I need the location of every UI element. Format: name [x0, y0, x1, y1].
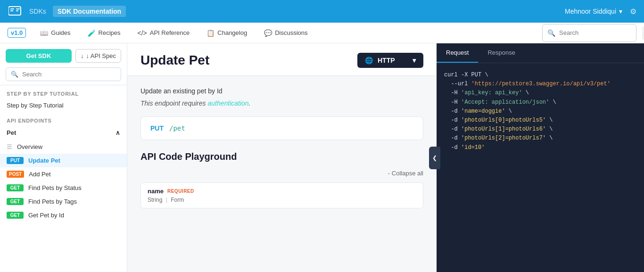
globe-icon: 🌐 [365, 57, 373, 64]
sdks-nav-link[interactable]: SDKs [26, 6, 49, 17]
endpoint-method: PUT [150, 124, 164, 132]
step-by-step-label: Step by Step Tutorial [7, 102, 64, 109]
code-line-2: --url 'https://petstore3.swagger.io/api/… [444, 80, 636, 89]
api-spec-button[interactable]: ↓ ↓ API Spec [75, 49, 121, 63]
code-line-5: -d 'name=doggie' \ [444, 107, 636, 116]
discussions-icon: 💬 [264, 29, 272, 37]
nav-search-input[interactable] [559, 29, 638, 36]
param-location: Form [171, 197, 184, 203]
sidebar-item-overview[interactable]: ☰ Overview [0, 140, 127, 154]
code-photo0: 'photoUrls[0]=photoUrls5' [461, 116, 546, 125]
get-pet-by-id-label: Get Pet by Id [28, 212, 64, 219]
code-bs-5: \ [505, 107, 512, 116]
nav-search-icon: 🔍 [547, 29, 555, 37]
guides-icon: 📖 [40, 29, 48, 37]
sidebar-item-add-pet[interactable]: POST Add Pet [0, 167, 127, 181]
code-line-4: -H 'Accept: application/json' \ [444, 98, 636, 107]
nav-item-recipes[interactable]: 🧪 Recipes [85, 27, 124, 39]
changelog-icon: 📋 [206, 29, 215, 37]
sdk-doc-nav-link[interactable]: SDK Documentation [53, 6, 126, 17]
discussions-label: Discussions [275, 29, 307, 36]
svg-rect-3 [16, 8, 20, 9]
second-navigation: v1.0 📖 Guides 🧪 Recipes </> API Referenc… [0, 23, 644, 43]
code-indent-9: -d [444, 143, 461, 152]
param-type-row: String | Form [148, 197, 416, 203]
get-sdk-button[interactable]: Get SDK [6, 49, 72, 63]
user-menu[interactable]: Mehnoor Siddiqui ▾ [565, 8, 622, 15]
endpoint-description: Update an existing pet by Id [140, 87, 423, 95]
logo-icon [8, 5, 23, 18]
add-pet-method-badge: POST [7, 171, 24, 178]
collapse-arrow-icon: ❮ [432, 155, 437, 161]
search-shortcut-badge: CTRL-K [642, 26, 644, 40]
pet-category-chevron-icon: ∧ [116, 129, 120, 136]
code-indent-5: -d [444, 107, 461, 116]
recipes-icon: 🧪 [88, 29, 96, 37]
collapse-toggle-button[interactable]: ❮ [429, 147, 440, 169]
download-icon: ↓ [81, 52, 84, 59]
find-pets-tags-label: Find Pets by Tags [28, 198, 77, 205]
code-line-3: -H 'api_key: api_key' \ [444, 89, 636, 98]
code-id: 'id=10' [461, 143, 485, 152]
code-photo2: 'photoUrls[2]=photoUrls7' [461, 134, 546, 143]
collapse-all-link[interactable]: - Collapse all [388, 170, 423, 177]
code-indent-8: -d [444, 134, 461, 143]
sidebar-search-icon: 🔍 [11, 71, 18, 78]
find-pets-tags-method-badge: GET [7, 198, 24, 205]
code-indent-4: -H [444, 98, 461, 107]
code-name: 'name=doggie' [461, 107, 505, 116]
tab-response[interactable]: Response [478, 43, 525, 63]
api-reference-label: API Reference [150, 29, 190, 36]
sidebar-item-update-pet[interactable]: PUT Update Pet [0, 154, 127, 167]
sidebar-item-step-by-step[interactable]: Step by Step Tutorial [0, 99, 127, 112]
api-endpoints-section-label: API ENDPOINTS [0, 112, 127, 125]
code-bs-6: \ [546, 116, 553, 125]
overview-doc-icon: ☰ [7, 143, 12, 150]
sidebar-item-get-pet-by-id[interactable]: GET Get Pet by Id [0, 208, 127, 222]
overview-label: Overview [17, 143, 42, 150]
sidebar-search-box[interactable]: 🔍 [6, 67, 121, 81]
nav-item-changelog[interactable]: 📋 Changelog [204, 27, 250, 39]
code-content: curl -X PUT \ --url 'https://petstore3.s… [437, 63, 644, 272]
api-reference-icon: </> [137, 29, 147, 37]
sidebar-search-input[interactable] [22, 71, 116, 78]
code-photo1: 'photoUrls[1]=photoUrls6' [461, 125, 546, 134]
sidebar-actions: Get SDK ↓ ↓ API Spec [6, 49, 121, 63]
auth-note-prefix: This endpoint requires [140, 99, 207, 107]
code-indent-7: -d [444, 125, 461, 134]
find-pets-status-method-badge: GET [7, 184, 24, 191]
code-bs-4: \ [549, 98, 556, 107]
code-indent-6: -d [444, 116, 461, 125]
changelog-label: Changelog [217, 29, 247, 36]
pet-category-header[interactable]: Pet ∧ [0, 125, 127, 140]
http-dropdown-label: HTTP [378, 57, 395, 64]
code-url: 'https://petstore3.swagger.io/api/v3/pet… [471, 80, 611, 89]
page-title: Update Pet [140, 53, 209, 68]
settings-icon[interactable]: ⚙ [630, 7, 636, 16]
http-dropdown-button[interactable]: 🌐 HTTP ▾ [357, 53, 423, 68]
sidebar-top: Get SDK ↓ ↓ API Spec 🔍 [0, 43, 127, 85]
authentication-link[interactable]: authentication [207, 99, 248, 107]
param-type: String [148, 197, 162, 203]
pet-category-label: Pet [7, 129, 16, 136]
tab-request[interactable]: Request [437, 43, 478, 63]
code-bs-8: \ [546, 134, 553, 143]
code-bs-3: \ [522, 89, 529, 98]
nav-item-discussions[interactable]: 💬 Discussions [261, 27, 310, 39]
logo-area: SDKs SDK Documentation [8, 5, 126, 18]
sidebar-item-find-pets-status[interactable]: GET Find Pets by Status [0, 181, 127, 195]
svg-rect-0 [8, 7, 21, 15]
nav-item-api-reference[interactable]: </> API Reference [134, 27, 192, 39]
nav-item-guides[interactable]: 📖 Guides [37, 27, 73, 39]
sidebar-item-find-pets-tags[interactable]: GET Find Pets by Tags [0, 195, 127, 208]
code-api-key: 'api_key: api_key' [461, 89, 522, 98]
update-pet-label: Update Pet [28, 157, 60, 164]
nav-search-box[interactable]: 🔍 CTRL-K [542, 24, 636, 42]
api-spec-label: ↓ API Spec [86, 52, 116, 59]
required-badge: REQUIRED [167, 189, 194, 194]
section-title: API Code Playground [140, 151, 423, 162]
code-panel-tabs: Request Response [437, 43, 644, 63]
guides-label: Guides [51, 29, 70, 36]
recipes-label: Recipes [99, 29, 121, 36]
user-name: Mehnoor Siddiqui [565, 8, 616, 15]
